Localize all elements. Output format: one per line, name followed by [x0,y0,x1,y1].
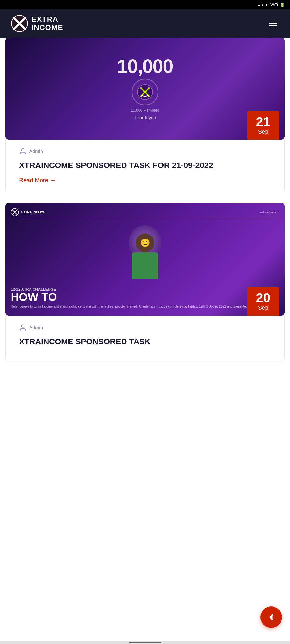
date-day-1: 21 [255,115,272,128]
status-icons: ▲▲▲ WiFi 🔋 [257,3,285,7]
hamburger-line-1 [269,21,277,21]
read-more-text-1: Read More → [19,177,56,184]
image-divider-line [11,218,279,218]
main-content: 10,000 10,000 Members Thank you [0,38,290,383]
hamburger-line-2 [269,23,277,24]
image-website: extraincome.io [260,211,279,214]
image-top-bar: EXTRA INCOME extraincome.io [11,208,279,216]
article-image-content-2: EXTRA INCOME extraincome.io [5,203,285,316]
article-title-1: XTRAINCOME SPONSORED TASK FOR 21-09-2022 [19,160,271,170]
author-name-1: Admin [29,149,43,154]
hamburger-menu-button[interactable] [266,19,279,28]
face-area: 😊 [136,233,154,252]
logo-icon [11,15,28,32]
article-image-1: 10,000 10,000 Members Thank you [5,38,285,140]
image-number: 10,000 [117,57,173,76]
wifi-icon: WiFi [270,3,278,7]
svg-point-12 [21,325,24,327]
body-area [132,252,158,279]
date-day-2: 20 [255,291,272,304]
mask-face-icon [137,84,153,100]
read-more-link-1[interactable]: Read More → [19,177,271,184]
article-author-1: Admin [19,148,271,155]
svg-point-8 [21,149,24,151]
image-person-area: 😊 [11,220,279,284]
signal-icon: ▲▲▲ [257,3,268,7]
date-badge-2: 20 Sep [247,287,279,316]
article-body-2: Admin XTRAINCOME SPONSORED TASK [5,316,285,361]
person-silhouette: 😊 [124,225,166,279]
challenge-label-area: 12-12 XTRA CHALLENGE HOW TO Refer people… [11,284,279,310]
image-logo-text: EXTRA INCOME [21,210,46,214]
article-author-2: Admin [19,324,271,331]
mask-figure [132,79,158,105]
article-title-2: XTRAINCOME SPONSORED TASK [19,336,271,347]
article-image-container-2: EXTRA INCOME extraincome.io [0,203,290,316]
date-month-1: Sep [255,128,272,135]
user-icon-1 [19,148,27,155]
image-members-text: 10,000 Members [117,108,173,112]
status-bar: ▲▲▲ WiFi 🔋 [0,0,290,9]
date-month-2: Sep [255,304,272,311]
smile-indicator: 😊 [140,238,150,247]
image-logo-area: EXTRA INCOME [11,208,46,216]
header: EXTRA INCOME [0,9,290,38]
hamburger-line-3 [269,25,277,26]
logo-text: EXTRA INCOME [31,15,63,32]
article-image-content-1: 10,000 10,000 Members Thank you [112,51,178,126]
article-image-2: EXTRA INCOME extraincome.io [5,203,285,316]
article-card-2: EXTRA INCOME extraincome.io [0,203,290,361]
how-to-label: HOW TO [11,291,279,303]
article-card-1: 10,000 10,000 Members Thank you [0,38,290,192]
image-thank-you: Thank you [117,115,173,121]
image-logo-icon [11,208,19,216]
logo-container[interactable]: EXTRA INCOME [11,15,63,32]
author-name-2: Admin [29,325,43,331]
date-badge-1: 21 Sep [247,111,279,140]
battery-icon: 🔋 [280,3,285,7]
article-image-container-1: 10,000 10,000 Members Thank you [0,38,290,140]
article-body-1: Admin XTRAINCOME SPONSORED TASK FOR 21-0… [5,140,285,192]
user-icon-2 [19,324,27,331]
article-desc-text: Refer people to Extra Income and stand a… [11,304,279,309]
